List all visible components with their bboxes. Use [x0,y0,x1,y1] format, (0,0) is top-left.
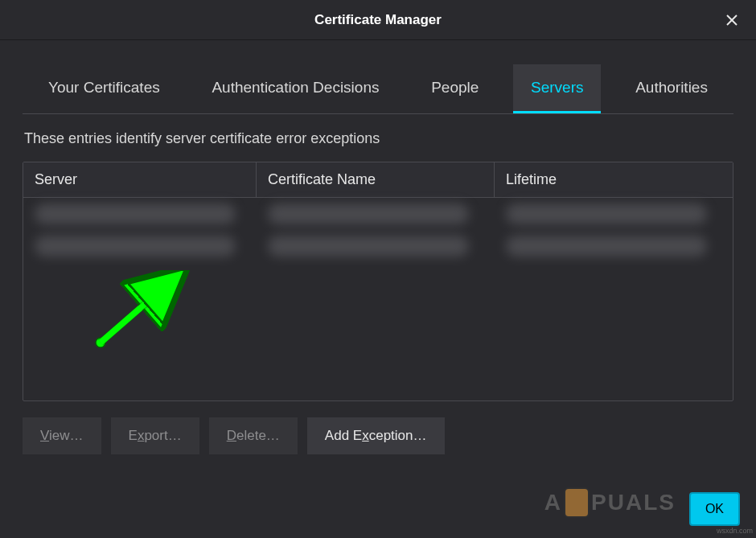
view-button[interactable]: View… [23,417,101,454]
brand-text: PUALS [591,490,676,515]
table-body [23,198,733,401]
column-lifetime[interactable]: Lifetime [495,162,733,197]
close-icon [725,14,738,27]
dialog-content: Your Certificates Authentication Decisio… [0,40,756,454]
panel-description: These entries identify server certificat… [23,114,733,162]
tab-your-certificates[interactable]: Your Certificates [31,64,178,113]
action-buttons: View… Export… Delete… Add Exception… [23,401,733,454]
export-button[interactable]: Export… [111,417,199,454]
svg-line-5 [101,278,175,343]
svg-point-3 [96,338,105,347]
brand-watermark: A PUALS [544,487,676,518]
brand-logo-icon [564,487,590,518]
column-certificate-name[interactable]: Certificate Name [257,162,495,197]
exceptions-table: Server Certificate Name Lifetime [23,162,733,401]
add-exception-button[interactable]: Add Exception… [307,417,445,454]
ok-button[interactable]: OK [689,492,740,526]
brand-text: A [544,490,562,515]
table-row[interactable] [23,230,733,262]
tab-bar: Your Certificates Authentication Decisio… [23,64,733,114]
tab-authorities[interactable]: Authorities [618,64,725,113]
tab-people[interactable]: People [413,64,496,113]
redacted-text [506,236,707,257]
redacted-text [506,203,707,224]
tab-servers[interactable]: Servers [513,64,601,113]
tab-authentication-decisions[interactable]: Authentication Decisions [194,64,396,113]
redacted-text [268,203,469,224]
source-watermark: wsxdn.com [717,527,753,535]
svg-line-6 [101,278,175,343]
title-bar: Certificate Manager [0,0,756,40]
delete-button[interactable]: Delete… [209,417,298,454]
close-button[interactable] [720,8,744,32]
table-header: Server Certificate Name Lifetime [23,162,733,198]
column-server[interactable]: Server [23,162,257,197]
redacted-text [268,236,469,257]
redacted-text [35,203,236,224]
redacted-text [35,236,236,257]
svg-line-4 [101,278,175,343]
table-row[interactable] [23,198,733,230]
window-title: Certificate Manager [314,12,442,28]
annotation-arrow-icon [94,270,207,351]
